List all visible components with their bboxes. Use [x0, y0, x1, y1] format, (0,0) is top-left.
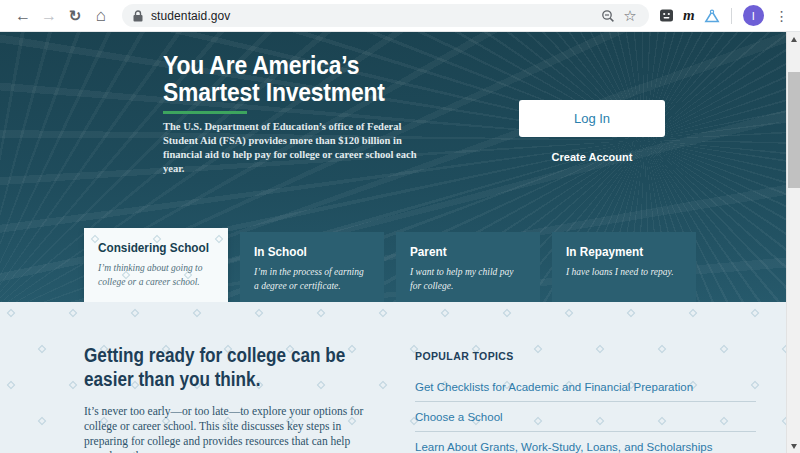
tab-description: I have loans I need to repay. — [566, 265, 682, 279]
audience-tabs: Considering School I’m thinking about go… — [84, 228, 696, 312]
tab-description: I’m in the process of earning a degree o… — [254, 265, 370, 293]
green-accent-bar — [163, 111, 247, 114]
back-icon[interactable]: ← — [10, 3, 36, 29]
section-heading: Getting ready for college can be easier … — [84, 343, 359, 391]
login-button[interactable]: Log In — [519, 100, 665, 137]
hero-title-line2: Smartest Investment — [163, 77, 385, 107]
home-icon[interactable]: ⌂ — [88, 3, 114, 29]
tab-title: Considering School — [98, 241, 207, 255]
toolbar-separator — [731, 8, 732, 24]
forward-icon: → — [36, 3, 62, 29]
tab-title: In School — [254, 245, 363, 259]
hero-title-line1: You Are America’s — [163, 50, 359, 80]
scrollbar-down-arrow[interactable] — [787, 439, 800, 453]
refresh-icon[interactable]: ↻ — [62, 3, 88, 29]
topic-link-grants[interactable]: Learn About Grants, Work-Study, Loans, a… — [415, 432, 756, 453]
content-section: Getting ready for college can be easier … — [0, 302, 786, 453]
topic-link-choose-school[interactable]: Choose a School — [415, 402, 756, 432]
topic-link-checklists[interactable]: Get Checklists for Academic and Financia… — [415, 372, 756, 402]
menu-kebab-icon[interactable]: ⋮ — [773, 8, 791, 24]
extension-triangle-icon[interactable] — [704, 9, 720, 23]
zoom-icon[interactable] — [597, 5, 619, 27]
page-content: You Are America’s Smartest Investment Th… — [0, 32, 786, 453]
hero-title: You Are America’s Smartest Investment — [163, 52, 385, 106]
lock-icon — [133, 10, 143, 22]
tab-parent[interactable]: Parent I want to help my child pay for c… — [396, 232, 540, 302]
browser-toolbar: ← → ↻ ⌂ studentaid.gov ☆ m I ⋮ — [0, 0, 800, 32]
tab-in-repayment[interactable]: In Repayment I have loans I need to repa… — [552, 232, 696, 302]
extension-m-icon[interactable]: m — [683, 7, 695, 24]
tab-title: In Repayment — [566, 245, 675, 259]
tab-in-school[interactable]: In School I’m in the process of earning … — [240, 232, 384, 302]
page-scrollbar[interactable] — [786, 32, 800, 453]
extensions-area: m I ⋮ — [659, 5, 791, 26]
url-text[interactable]: studentaid.gov — [151, 9, 230, 23]
page-viewport: You Are America’s Smartest Investment Th… — [0, 32, 800, 453]
bookmark-star-icon[interactable]: ☆ — [619, 5, 641, 27]
popular-topics-title: POPULAR TOPICS — [415, 350, 756, 362]
popular-topics-list: Get Checklists for Academic and Financia… — [415, 372, 756, 453]
tab-title: Parent — [410, 245, 519, 259]
tab-considering-school[interactable]: Considering School I’m thinking about go… — [84, 228, 228, 312]
scrollbar-thumb[interactable] — [788, 72, 800, 188]
hero-description: The U.S. Department of Education’s offic… — [163, 120, 418, 176]
tab-description: I want to help my child pay for college. — [410, 265, 526, 293]
extension-square-icon[interactable] — [659, 8, 674, 23]
create-account-link[interactable]: Create Account — [519, 151, 665, 163]
scrollbar-up-arrow[interactable] — [787, 32, 800, 46]
tab-description: I’m thinking about going to college or a… — [98, 261, 214, 289]
section-paragraph: It’s never too early—or too late—to expl… — [84, 404, 366, 453]
address-bar[interactable]: studentaid.gov ☆ — [122, 4, 649, 27]
profile-avatar[interactable]: I — [743, 5, 764, 26]
popular-topics: POPULAR TOPICS Get Checklists for Academ… — [415, 350, 756, 453]
